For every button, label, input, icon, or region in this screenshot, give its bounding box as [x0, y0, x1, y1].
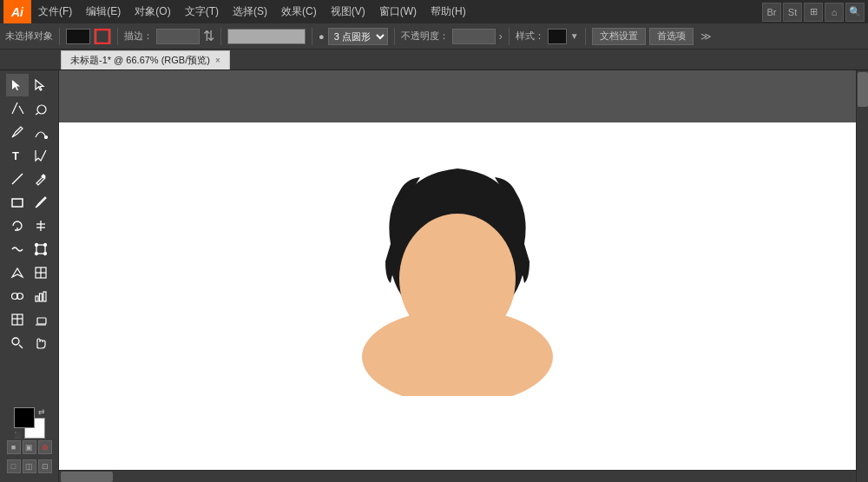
- brush-select[interactable]: 3 点圆形: [328, 28, 388, 45]
- menu-type[interactable]: 文字(T): [178, 0, 226, 23]
- svg-line-4: [36, 113, 38, 115]
- pencil-tool[interactable]: [30, 168, 52, 190]
- separator-6: [509, 28, 510, 45]
- document-tab[interactable]: 未标题-1* @ 66.67% (RGB/预览) ×: [61, 50, 230, 69]
- menu-select[interactable]: 选择(S): [226, 0, 274, 23]
- color-swatches[interactable]: ⇄ ⬛: [14, 407, 45, 439]
- fill-color[interactable]: [66, 29, 90, 44]
- rotate-tool[interactable]: [6, 215, 29, 237]
- separator-7: [585, 28, 586, 45]
- draw-normal-icon[interactable]: □: [7, 459, 21, 473]
- svg-rect-8: [12, 199, 23, 207]
- mesh-tool[interactable]: [30, 261, 52, 284]
- tool-row-5: [6, 168, 52, 190]
- stroke-arrows[interactable]: ⇅: [203, 28, 214, 44]
- tool-row-12: [6, 332, 52, 354]
- paintbrush-tool[interactable]: [30, 191, 52, 214]
- menu-bar: Ai 文件(F) 编辑(E) 对象(O) 文字(T) 选择(S) 效果(C) 视…: [0, 0, 868, 23]
- foreground-color-swatch[interactable]: [14, 407, 35, 428]
- opacity-arrows[interactable]: ›: [499, 30, 503, 43]
- no-fill-icon[interactable]: ⊘: [38, 440, 52, 454]
- vertical-scrollbar[interactable]: [856, 70, 868, 482]
- tool-row-4: T: [6, 144, 52, 167]
- eraser-tool[interactable]: [30, 308, 52, 331]
- svg-line-1: [12, 102, 17, 114]
- pen-tool[interactable]: [6, 121, 29, 143]
- tool-row-11: [6, 308, 52, 331]
- svg-rect-22: [36, 296, 38, 301]
- zoom-tool[interactable]: [6, 332, 29, 354]
- rectangle-tool[interactable]: [6, 191, 29, 214]
- svg-line-2: [19, 106, 23, 114]
- free-transform-tool[interactable]: [30, 238, 52, 261]
- menu-effect[interactable]: 效果(C): [274, 0, 324, 23]
- stroke-color[interactable]: [94, 29, 111, 44]
- horizontal-scrollbar[interactable]: [59, 470, 856, 482]
- tool-row-7: [6, 215, 52, 237]
- more-button[interactable]: ≫: [700, 30, 712, 43]
- touch-type-tool[interactable]: [30, 144, 52, 167]
- svg-point-5: [45, 136, 48, 139]
- opacity-input[interactable]: 100%: [452, 29, 496, 44]
- perspective-grid-tool[interactable]: [6, 261, 29, 284]
- style-label: 样式：: [516, 30, 544, 43]
- tool-row-1: [6, 74, 52, 96]
- workspace-icon[interactable]: ⌂: [825, 3, 844, 22]
- grid-icon[interactable]: ⊞: [804, 3, 823, 22]
- draw-behind-icon[interactable]: ◫: [23, 459, 36, 473]
- tab-close-button[interactable]: ×: [215, 56, 220, 65]
- avatar-illustration: [323, 127, 592, 396]
- stroke-input[interactable]: [156, 29, 200, 44]
- brush-preview[interactable]: [227, 29, 306, 44]
- chart-tool[interactable]: [30, 285, 52, 307]
- lasso-tool[interactable]: [30, 97, 52, 120]
- menu-edit[interactable]: 编辑(E): [79, 0, 128, 23]
- bridge-icon[interactable]: Br: [762, 3, 781, 22]
- reset-colors-icon[interactable]: ⬛: [14, 432, 22, 439]
- svg-point-30: [12, 338, 19, 345]
- selection-tool[interactable]: [6, 74, 29, 96]
- search-icon[interactable]: 🔍: [845, 3, 865, 22]
- line-tool[interactable]: [6, 168, 29, 190]
- solid-fill-icon[interactable]: ■: [7, 440, 21, 454]
- width-tool[interactable]: [30, 215, 52, 237]
- separator-1: [59, 28, 60, 45]
- menu-help[interactable]: 帮助(H): [424, 0, 473, 23]
- tool-row-2: [6, 97, 52, 120]
- artboard: [59, 122, 856, 470]
- scroll-thumb-h[interactable]: [61, 472, 113, 482]
- magic-wand-tool[interactable]: [6, 97, 29, 120]
- style-color[interactable]: [548, 29, 567, 44]
- type-tool[interactable]: T: [6, 144, 29, 167]
- svg-line-31: [19, 345, 23, 348]
- scroll-thumb-v[interactable]: [858, 72, 868, 107]
- fill-mode-icons: ■ ▣ ⊘: [7, 440, 52, 454]
- preferences-button[interactable]: 首选项: [649, 28, 694, 45]
- control-toolbar: 未选择对象 描边： ⇅ ● 3 点圆形 不透明度： 100% › 样式： ▼ 文…: [0, 23, 868, 50]
- tool-row-6: [6, 191, 52, 214]
- slice-tool[interactable]: [6, 308, 29, 331]
- menu-window[interactable]: 窗口(W): [372, 0, 424, 23]
- menu-file[interactable]: 文件(F): [31, 0, 79, 23]
- style-arrows[interactable]: ▼: [570, 31, 579, 41]
- separator-3: [220, 28, 221, 45]
- stroke-label: 描边：: [124, 30, 153, 43]
- svg-text:T: T: [12, 149, 19, 162]
- menu-object[interactable]: 对象(O): [128, 0, 177, 23]
- menu-view[interactable]: 视图(V): [324, 0, 372, 23]
- shape-builder-tool[interactable]: [6, 285, 29, 307]
- svg-point-36: [399, 214, 516, 344]
- left-toolbar: T: [0, 70, 59, 482]
- draw-inside-icon[interactable]: ⊡: [38, 459, 52, 473]
- curvature-tool[interactable]: [30, 121, 52, 143]
- svg-point-13: [36, 244, 38, 247]
- warp-tool[interactable]: [6, 238, 29, 261]
- gradient-fill-icon[interactable]: ▣: [23, 440, 36, 454]
- svg-point-3: [37, 105, 46, 114]
- swap-colors-icon[interactable]: ⇄: [38, 407, 45, 416]
- direct-selection-tool[interactable]: [30, 74, 52, 96]
- hand-tool[interactable]: [30, 332, 52, 354]
- doc-settings-button[interactable]: 文档设置: [592, 28, 646, 45]
- stock-icon[interactable]: St: [783, 3, 802, 22]
- tab-bar: 未标题-1* @ 66.67% (RGB/预览) ×: [0, 50, 868, 70]
